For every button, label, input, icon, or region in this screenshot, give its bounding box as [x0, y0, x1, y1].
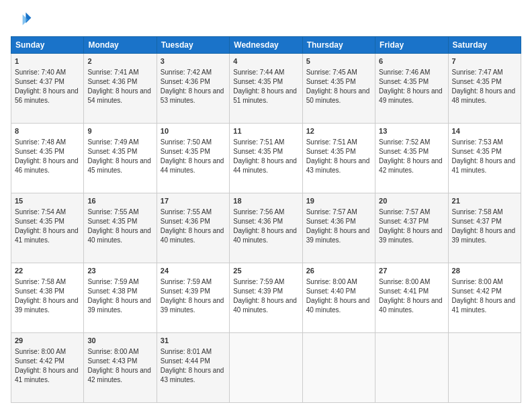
daylight-label: Daylight: 8 hours and 40 minutes. — [233, 227, 297, 244]
sunrise-label: Sunrise: 7:40 AM — [15, 68, 66, 76]
day-number: 9 — [87, 126, 152, 136]
day-number: 23 — [87, 266, 152, 276]
day-number: 6 — [379, 56, 444, 66]
calendar-cell: 29Sunrise: 8:00 AMSunset: 4:42 PMDayligh… — [11, 333, 84, 403]
calendar-header-row: SundayMondayTuesdayWednesdayThursdayFrid… — [11, 37, 521, 54]
calendar-week-4: 22Sunrise: 7:58 AMSunset: 4:38 PMDayligh… — [11, 263, 521, 333]
daylight-label: Daylight: 8 hours and 40 minutes. — [87, 227, 151, 244]
sunrise-label: Sunrise: 7:59 AM — [233, 278, 284, 285]
day-number: 31 — [161, 336, 226, 346]
day-number: 1 — [15, 56, 80, 66]
daylight-label: Daylight: 8 hours and 48 minutes. — [452, 87, 516, 104]
day-number: 2 — [87, 56, 152, 66]
day-number: 14 — [452, 126, 517, 136]
col-header-monday: Monday — [84, 37, 157, 54]
calendar-table: SundayMondayTuesdayWednesdayThursdayFrid… — [11, 36, 521, 403]
calendar-week-3: 15Sunrise: 7:54 AMSunset: 4:35 PMDayligh… — [11, 193, 521, 263]
daylight-label: Daylight: 8 hours and 40 minutes. — [306, 297, 370, 314]
daylight-label: Daylight: 8 hours and 39 minutes. — [87, 297, 151, 314]
col-header-tuesday: Tuesday — [157, 37, 229, 54]
sunset-label: Sunset: 4:38 PM — [87, 287, 137, 295]
day-number: 8 — [15, 126, 80, 136]
daylight-label: Daylight: 8 hours and 39 minutes. — [452, 227, 516, 244]
daylight-label: Daylight: 8 hours and 40 minutes. — [233, 297, 297, 314]
day-number: 26 — [306, 266, 371, 276]
sunrise-label: Sunrise: 7:58 AM — [452, 208, 503, 216]
sunset-label: Sunset: 4:35 PM — [87, 148, 137, 155]
daylight-label: Daylight: 8 hours and 39 minutes. — [15, 297, 79, 314]
daylight-label: Daylight: 8 hours and 51 minutes. — [233, 87, 297, 104]
day-number: 30 — [87, 336, 152, 346]
calendar-cell: 1Sunrise: 7:40 AMSunset: 4:37 PMDaylight… — [11, 54, 84, 124]
calendar-cell: 5Sunrise: 7:45 AMSunset: 4:35 PMDaylight… — [302, 54, 375, 124]
sunset-label: Sunset: 4:44 PM — [161, 357, 210, 365]
calendar-cell — [302, 333, 375, 403]
sunset-label: Sunset: 4:35 PM — [233, 78, 283, 85]
logo — [11, 8, 35, 30]
sunset-label: Sunset: 4:36 PM — [161, 78, 210, 85]
col-header-sunday: Sunday — [11, 37, 84, 54]
sunrise-label: Sunrise: 7:47 AM — [452, 68, 503, 76]
day-number: 3 — [161, 56, 226, 66]
day-number: 18 — [233, 196, 298, 206]
calendar-cell: 19Sunrise: 7:57 AMSunset: 4:36 PMDayligh… — [302, 193, 375, 263]
calendar-cell: 31Sunrise: 8:01 AMSunset: 4:44 PMDayligh… — [157, 333, 229, 403]
sunset-label: Sunset: 4:37 PM — [379, 218, 429, 225]
sunrise-label: Sunrise: 7:44 AM — [233, 68, 284, 76]
calendar-week-2: 8Sunrise: 7:48 AMSunset: 4:35 PMDaylight… — [11, 124, 521, 193]
calendar-cell: 20Sunrise: 7:57 AMSunset: 4:37 PMDayligh… — [375, 193, 448, 263]
sunset-label: Sunset: 4:39 PM — [161, 287, 210, 295]
daylight-label: Daylight: 8 hours and 54 minutes. — [87, 87, 151, 104]
daylight-label: Daylight: 8 hours and 41 minutes. — [15, 367, 79, 383]
day-number: 25 — [233, 266, 298, 276]
col-header-saturday: Saturday — [448, 37, 521, 54]
sunrise-label: Sunrise: 7:57 AM — [306, 208, 357, 216]
calendar-cell: 23Sunrise: 7:59 AMSunset: 4:38 PMDayligh… — [84, 263, 157, 333]
daylight-label: Daylight: 8 hours and 42 minutes. — [379, 157, 443, 174]
sunset-label: Sunset: 4:35 PM — [233, 148, 283, 155]
day-number: 13 — [379, 126, 444, 136]
sunset-label: Sunset: 4:35 PM — [379, 148, 429, 155]
sunrise-label: Sunrise: 7:54 AM — [15, 208, 66, 216]
sunset-label: Sunset: 4:35 PM — [87, 218, 137, 225]
sunrise-label: Sunrise: 8:00 AM — [379, 278, 430, 285]
calendar-cell: 22Sunrise: 7:58 AMSunset: 4:38 PMDayligh… — [11, 263, 84, 333]
sunrise-label: Sunrise: 7:55 AM — [87, 208, 138, 216]
sunset-label: Sunset: 4:36 PM — [233, 218, 283, 225]
day-number: 4 — [233, 56, 298, 66]
svg-marker-0 — [26, 12, 31, 23]
sunset-label: Sunset: 4:35 PM — [15, 148, 64, 155]
daylight-label: Daylight: 8 hours and 45 minutes. — [87, 157, 151, 174]
sunrise-label: Sunrise: 7:48 AM — [15, 138, 66, 146]
calendar-week-5: 29Sunrise: 8:00 AMSunset: 4:42 PMDayligh… — [11, 333, 521, 403]
day-number: 11 — [233, 126, 298, 136]
sunrise-label: Sunrise: 7:59 AM — [161, 278, 212, 285]
sunrise-label: Sunrise: 8:00 AM — [306, 278, 357, 285]
sunset-label: Sunset: 4:35 PM — [452, 78, 502, 85]
sunrise-label: Sunrise: 7:42 AM — [161, 68, 212, 76]
sunset-label: Sunset: 4:37 PM — [452, 218, 502, 225]
sunset-label: Sunset: 4:36 PM — [306, 218, 356, 225]
calendar-cell — [375, 333, 448, 403]
sunset-label: Sunset: 4:41 PM — [379, 287, 429, 295]
sunset-label: Sunset: 4:40 PM — [306, 287, 356, 295]
daylight-label: Daylight: 8 hours and 49 minutes. — [379, 87, 443, 104]
day-number: 7 — [452, 56, 517, 66]
daylight-label: Daylight: 8 hours and 41 minutes. — [15, 227, 79, 244]
sunset-label: Sunset: 4:43 PM — [87, 357, 137, 365]
calendar-cell: 11Sunrise: 7:51 AMSunset: 4:35 PMDayligh… — [230, 124, 302, 193]
sunset-label: Sunset: 4:35 PM — [452, 148, 502, 155]
sunrise-label: Sunrise: 7:51 AM — [233, 138, 284, 146]
daylight-label: Daylight: 8 hours and 53 minutes. — [161, 87, 224, 104]
sunrise-label: Sunrise: 8:01 AM — [161, 348, 212, 355]
sunset-label: Sunset: 4:39 PM — [233, 287, 283, 295]
day-number: 16 — [87, 196, 152, 206]
sunrise-label: Sunrise: 7:49 AM — [87, 138, 138, 146]
day-number: 19 — [306, 196, 371, 206]
calendar-cell: 15Sunrise: 7:54 AMSunset: 4:35 PMDayligh… — [11, 193, 84, 263]
sunrise-label: Sunrise: 7:58 AM — [15, 278, 66, 285]
sunrise-label: Sunrise: 7:59 AM — [87, 278, 138, 285]
sunrise-label: Sunrise: 7:45 AM — [306, 68, 357, 76]
daylight-label: Daylight: 8 hours and 44 minutes. — [233, 157, 297, 174]
daylight-label: Daylight: 8 hours and 40 minutes. — [161, 227, 224, 244]
